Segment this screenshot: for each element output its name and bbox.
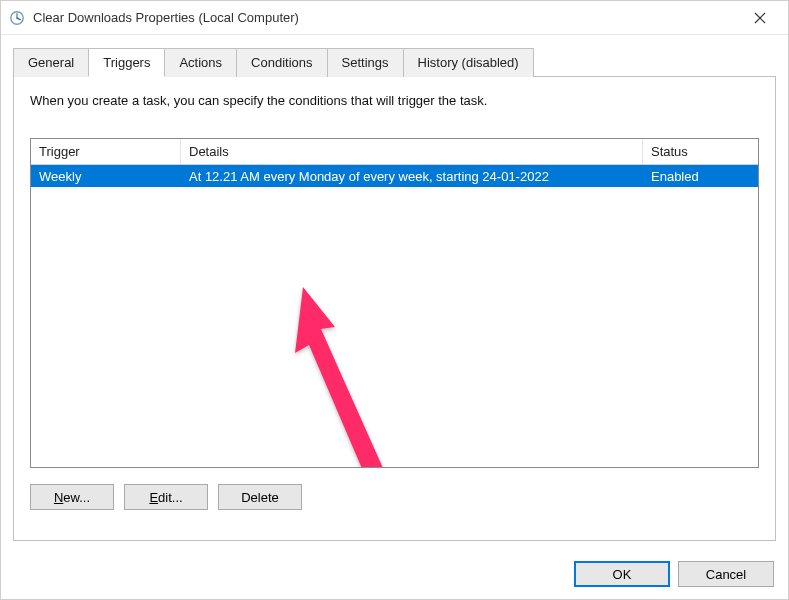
column-header-trigger[interactable]: Trigger [31, 139, 181, 164]
cell-details: At 12.21 AM every Monday of every week, … [181, 165, 643, 187]
ok-button[interactable]: OK [574, 561, 670, 587]
properties-dialog: Clear Downloads Properties (Local Comput… [0, 0, 789, 600]
panel-description: When you create a task, you can specify … [30, 93, 759, 108]
triggers-listview[interactable]: Trigger Details Status Weekly At 12.21 A… [30, 138, 759, 468]
listview-header: Trigger Details Status [31, 139, 758, 165]
tab-actions[interactable]: Actions [164, 48, 237, 77]
window-title: Clear Downloads Properties (Local Comput… [33, 10, 740, 25]
column-header-details[interactable]: Details [181, 139, 643, 164]
task-scheduler-icon [9, 10, 25, 26]
edit-button[interactable]: Edit... [124, 484, 208, 510]
cell-status: Enabled [643, 165, 758, 187]
column-header-status[interactable]: Status [643, 139, 758, 164]
close-button[interactable] [740, 4, 780, 32]
tabstrip: General Triggers Actions Conditions Sett… [13, 47, 776, 77]
tab-settings[interactable]: Settings [327, 48, 404, 77]
tab-conditions[interactable]: Conditions [236, 48, 327, 77]
trigger-buttons-row: New... Edit... Delete [30, 484, 759, 510]
annotation-arrow-icon [273, 287, 413, 468]
close-icon [754, 12, 766, 24]
titlebar: Clear Downloads Properties (Local Comput… [1, 1, 788, 35]
tabpanel-triggers: When you create a task, you can specify … [13, 77, 776, 541]
cancel-button[interactable]: Cancel [678, 561, 774, 587]
dialog-content: General Triggers Actions Conditions Sett… [1, 35, 788, 551]
svg-marker-5 [295, 287, 387, 468]
dialog-footer: OK Cancel [1, 551, 788, 599]
new-button[interactable]: New... [30, 484, 114, 510]
cell-trigger: Weekly [31, 165, 181, 187]
tab-general[interactable]: General [13, 48, 89, 77]
tab-history[interactable]: History (disabled) [403, 48, 534, 77]
delete-button[interactable]: Delete [218, 484, 302, 510]
listview-row[interactable]: Weekly At 12.21 AM every Monday of every… [31, 165, 758, 187]
tab-triggers[interactable]: Triggers [88, 48, 165, 77]
